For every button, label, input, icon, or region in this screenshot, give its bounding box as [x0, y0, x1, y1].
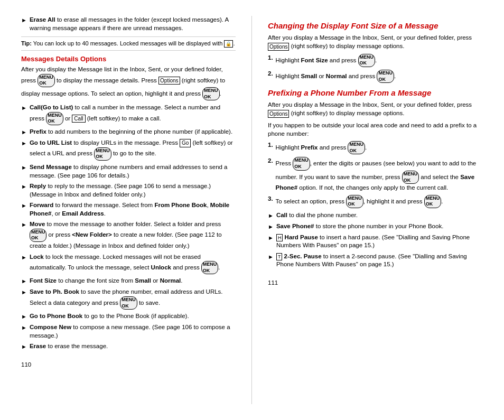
- tip-label: Tip: You can lock up to 40 messages. Loc…: [21, 40, 235, 46]
- bullet-arrow: ►: [21, 221, 27, 229]
- normal-bold: Normal: [326, 73, 347, 79]
- list-item: 1. Highlight Font Size and press MENUOK.: [268, 54, 483, 67]
- menu-btn: MENUOK: [46, 112, 63, 125]
- unlock-bold: Unlock: [151, 264, 171, 270]
- lock-icon: 🔒: [224, 40, 233, 48]
- list-item: ► Go to URL List to display URLs in the …: [21, 139, 236, 161]
- bullet-content: Save Phone# to store the phone number in…: [276, 222, 483, 231]
- erase-bold: Erase: [30, 343, 46, 349]
- list-item: 3. To select an option, press MENUOK, hi…: [268, 195, 483, 208]
- menu-btn-2: MENUOK: [424, 195, 442, 208]
- bullet-content: Prefix to add numbers to the beginning o…: [30, 128, 236, 136]
- bullet-arrow: ►: [21, 139, 27, 147]
- hard-pause-icon: H: [276, 234, 283, 241]
- save-ph-book-bold: Save to Ph. Book: [30, 288, 79, 295]
- bullet-arrow: ►: [21, 288, 27, 296]
- menu-btn: MENUOK: [348, 141, 365, 154]
- detail-bullets: ► Call(Go to List) to call a number in t…: [21, 104, 236, 351]
- changing-display-title: Changing the Display Font Size of a Mess…: [268, 21, 483, 30]
- menu-btn: MENUOK: [377, 70, 394, 83]
- list-item: ► Reply to reply to the message. (See pa…: [21, 182, 236, 199]
- call-bold: Call: [276, 212, 287, 218]
- bullet-arrow: ►: [21, 16, 27, 24]
- bullet-content: Erase All to erase all messages in the f…: [30, 16, 236, 32]
- compose-new-bold: Compose New: [30, 324, 71, 330]
- move-bold: Move: [30, 221, 45, 227]
- bullet-arrow: ►: [268, 253, 274, 261]
- from-phone-book: From Phone Book: [154, 202, 207, 208]
- menu-btn: MENUOK: [120, 296, 137, 310]
- reply-text: to reply to the message. (See page 106 t…: [30, 183, 211, 198]
- font-size-bold: Font Size: [30, 277, 57, 284]
- font-size-text: to change the font size from Small or No…: [58, 277, 182, 284]
- erase-text: to erase the message.: [48, 343, 108, 349]
- bullet-arrow: ►: [21, 202, 27, 210]
- list-item: ► Forward to forward the message. Select…: [21, 201, 236, 218]
- step-num: 2.: [268, 70, 273, 78]
- move-text: to move the message to another folder. S…: [30, 221, 222, 249]
- url-list-bold: Go to URL List: [30, 139, 72, 146]
- bullet-content: H Hard Pause to insert a hard pause. (Se…: [276, 234, 483, 250]
- bullet-arrow: ►: [21, 164, 27, 172]
- list-item: ► Compose New to compose a new message. …: [21, 323, 236, 340]
- bullet-arrow: ►: [21, 343, 27, 351]
- menu-btn-2: MENUOK: [402, 171, 419, 184]
- save-phone-text: to store the phone number in your Phone …: [316, 223, 444, 229]
- lock-bold: Lock: [30, 254, 44, 260]
- bullet-content: Erase to erase the message.: [30, 342, 236, 351]
- reply-bold: Reply: [30, 183, 46, 189]
- list-item: 1. Highlight Prefix and press MENUOK.: [268, 141, 483, 154]
- step-content: Highlight Small or Normal and press MENU…: [276, 70, 483, 83]
- save-phone-bold: Save Phone#: [276, 223, 314, 229]
- bullet-content: Forward to forward the message. Select f…: [30, 201, 236, 218]
- list-item: ► Call to dial the phone number.: [268, 211, 483, 220]
- new-folder-bold: <New Folder>: [72, 231, 111, 238]
- prefixing-intro2: If you happen to be outside your local a…: [268, 121, 483, 138]
- messages-details-title: Messages Details Options: [21, 55, 236, 63]
- step-content: Highlight Font Size and press MENUOK.: [276, 54, 483, 67]
- bullet-arrow: ►: [21, 104, 27, 112]
- options-btn: Options: [268, 43, 289, 51]
- erase-all-bold: Erase All: [30, 16, 55, 23]
- prefixing-intro: After you display a Message in the Inbox…: [268, 100, 483, 118]
- messages-details-intro: After you display the Message list in th…: [21, 65, 236, 100]
- bullet-content: Lock to lock the message. Locked message…: [30, 253, 236, 275]
- list-item: ► Send Message to display phone numbers …: [21, 163, 236, 180]
- list-item: ► Move to move the message to another fo…: [21, 220, 236, 250]
- normal-bold: Normal: [160, 277, 181, 284]
- bullet-content: Call to dial the phone number.: [276, 211, 483, 220]
- left-page-number: 110: [21, 361, 236, 368]
- sec-pause-icon: T: [276, 253, 283, 260]
- call-go-bold: Call(Go to List): [30, 104, 73, 110]
- bullet-arrow: ►: [21, 313, 27, 321]
- small-bold: Small: [135, 277, 151, 284]
- small-bold: Small: [301, 73, 318, 79]
- list-item: 2. Highlight Small or Normal and press M…: [268, 70, 483, 83]
- prefix-bold: Prefix: [30, 128, 46, 135]
- bullet-content: Go to URL List to display URLs in the me…: [30, 139, 236, 161]
- step-content: Highlight Prefix and press MENUOK.: [276, 141, 483, 154]
- email-address: Email Address: [62, 210, 104, 217]
- list-item: ► H Hard Pause to insert a hard pause. (…: [268, 234, 483, 250]
- step-content: To select an option, press MENUOK, highl…: [276, 195, 483, 208]
- bullet-content: Call(Go to List) to call a number in the…: [30, 104, 236, 125]
- menu-btn: MENUOK: [38, 74, 55, 87]
- right-page: Changing the Display Font Size of a Mess…: [252, 16, 504, 404]
- prefix-highlight: Prefix: [301, 144, 318, 151]
- menu-btn: MENUOK: [94, 147, 111, 161]
- list-item: ► Erase All to erase all messages in the…: [21, 16, 236, 32]
- bullet-content: Font Size to change the font size from S…: [30, 277, 236, 285]
- list-item: ► T 2-Sec. Pause to insert a 2-second pa…: [268, 253, 483, 269]
- call-text: to dial the phone number.: [289, 212, 358, 218]
- send-msg-bold: Send Message: [30, 164, 72, 170]
- go-phone-book-bold: Go to Phone Book: [30, 313, 82, 319]
- list-item: 2. Press MENUOK, enter the digits or pau…: [268, 157, 483, 192]
- bullet-content: Move to move the message to another fold…: [30, 220, 236, 250]
- top-bullets: ► Erase All to erase all messages in the…: [21, 16, 236, 32]
- list-item: ► Lock to lock the message. Locked messa…: [21, 253, 236, 275]
- bullet-content: Send Message to display phone numbers an…: [30, 163, 236, 180]
- bullet-content: Reply to reply to the message. (See page…: [30, 182, 236, 199]
- menu-btn: MENUOK: [293, 157, 310, 170]
- changing-display-steps: 1. Highlight Font Size and press MENUOK.…: [268, 54, 483, 83]
- prefixing-bullets: ► Call to dial the phone number. ► Save …: [268, 211, 483, 269]
